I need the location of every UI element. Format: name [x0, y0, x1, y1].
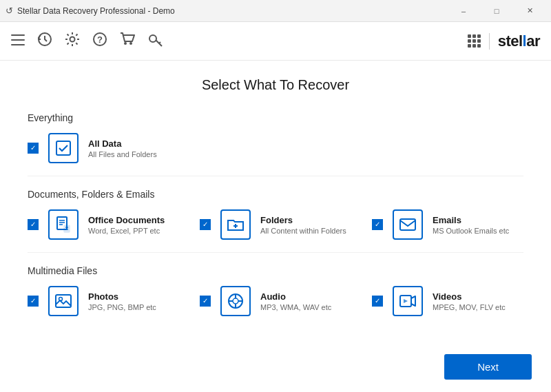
everything-label: Everything: [28, 112, 523, 123]
videos-text: Videos MPEG, MOV, FLV etc: [433, 291, 506, 311]
folders-text: Folders All Content within Folders: [260, 215, 346, 235]
stellar-logo: stellar: [498, 32, 540, 50]
toolbar-separator: [489, 33, 490, 50]
emails-icon-box: [393, 209, 423, 240]
office-docs-name: Office Documents: [88, 215, 165, 225]
grid-dot: [468, 34, 471, 38]
divider-2: [28, 252, 523, 253]
documents-label: Documents, Folders & Emails: [28, 189, 523, 200]
office-docs-checkmark: ✓: [30, 221, 36, 228]
maximize-button[interactable]: □: [481, 0, 512, 22]
office-docs-icon: [54, 216, 72, 234]
videos-checkbox[interactable]: ✓: [372, 296, 383, 307]
svg-text:?: ?: [97, 34, 103, 45]
svg-point-7: [124, 42, 127, 45]
page-title: Select What To Recover: [28, 77, 523, 93]
svg-rect-15: [64, 225, 70, 232]
photos-checkmark: ✓: [30, 298, 36, 305]
toolbar-right: stellar: [468, 32, 540, 50]
multimedia-options: ✓ Photos JPG, PNG, BMP etc: [28, 286, 523, 316]
grid-dot: [477, 39, 481, 43]
videos-name: Videos: [433, 291, 506, 302]
videos-inner: ✓: [374, 298, 381, 305]
audio-text: Audio MP3, WMA, WAV etc: [260, 291, 331, 311]
svg-rect-1: [11, 39, 25, 41]
photos-option: ✓ Photos JPG, PNG, BMP etc: [28, 286, 186, 316]
documents-options: ✓ Office Document: [28, 209, 523, 240]
grid-dot: [472, 39, 476, 43]
grid-dot: [468, 44, 471, 48]
emails-inner: ✓: [374, 221, 381, 228]
svg-point-24: [233, 298, 238, 304]
emails-text: Emails MS Outlook Emails etc: [433, 215, 509, 235]
office-docs-checkbox[interactable]: ✓: [28, 219, 39, 230]
all-data-option: ✓ All Data All Files and Folders: [28, 133, 186, 163]
office-docs-checkbox-wrapper: ✓: [28, 219, 39, 230]
multimedia-label: Multimedia Files: [28, 265, 523, 276]
videos-checkmark: ✓: [375, 298, 380, 305]
audio-checkbox[interactable]: ✓: [200, 296, 211, 307]
emails-checkbox-wrapper: ✓: [372, 219, 383, 230]
grid-dot: [477, 34, 481, 38]
all-data-desc: All Files and Folders: [88, 150, 157, 158]
all-data-name: All Data: [88, 138, 157, 149]
emails-checkmark: ✓: [375, 221, 380, 228]
folders-checkmark: ✓: [202, 221, 208, 228]
all-data-text: All Data All Files and Folders: [88, 138, 157, 158]
apps-grid-icon[interactable]: [468, 34, 481, 48]
history-icon[interactable]: [37, 32, 52, 50]
minimize-button[interactable]: –: [448, 0, 479, 22]
photos-checkbox[interactable]: ✓: [28, 296, 39, 307]
emails-option: ✓ Emails MS Outlook Emails etc: [372, 209, 530, 240]
svg-point-9: [149, 35, 156, 42]
photos-checkbox-wrapper: ✓: [28, 296, 39, 307]
office-docs-text: Office Documents Word, Excel, PPT etc: [88, 215, 165, 235]
folders-option: ✓ Folders All Content within Folders: [200, 209, 358, 240]
cart-icon[interactable]: [120, 32, 135, 50]
all-data-inner-checkbox: ✓: [30, 145, 37, 152]
emails-name: Emails: [433, 215, 509, 225]
folders-checkbox[interactable]: ✓: [200, 219, 211, 230]
emails-icon: [399, 216, 417, 234]
titlebar-left: ↺ Stellar Data Recovery Professional - D…: [6, 6, 175, 16]
videos-checkbox-wrapper: ✓: [372, 296, 383, 307]
photos-desc: JPG, PNG, BMP etc: [88, 303, 156, 311]
titlebar-controls: – □ ✕: [448, 0, 545, 22]
audio-checkbox-wrapper: ✓: [200, 296, 211, 307]
videos-icon-box: [393, 286, 423, 316]
folders-inner: ✓: [202, 221, 209, 228]
documents-section: Documents, Folders & Emails ✓: [28, 189, 523, 240]
settings-icon[interactable]: [65, 32, 80, 50]
emails-checkbox[interactable]: ✓: [372, 219, 383, 230]
grid-dot: [472, 34, 476, 38]
svg-rect-0: [11, 34, 25, 36]
toolbar-icons: ?: [11, 32, 163, 50]
next-button[interactable]: Next: [444, 354, 532, 380]
folders-icon-box: [220, 209, 251, 240]
all-data-icon-box: [48, 133, 79, 163]
audio-desc: MP3, WMA, WAV etc: [260, 303, 331, 311]
svg-rect-10: [56, 141, 70, 155]
videos-option: ✓ Videos MPEG, MOV, FLV etc: [372, 286, 530, 316]
all-data-checkbox-wrapper: ✓: [28, 143, 39, 154]
all-data-outer-checkbox[interactable]: ✓: [28, 143, 39, 154]
menu-icon[interactable]: [11, 33, 25, 49]
office-docs-option: ✓ Office Document: [28, 209, 186, 240]
audio-icon: [227, 292, 245, 310]
audio-option: ✓ Audio MP3, WMA, WA: [200, 286, 358, 316]
help-icon[interactable]: ?: [92, 32, 107, 50]
window-title: Stellar Data Recovery Professional - Dem…: [17, 6, 175, 16]
grid-dot: [468, 39, 471, 43]
svg-marker-30: [404, 299, 408, 303]
svg-rect-2: [11, 44, 25, 45]
titlebar-app-icon: ↺: [6, 6, 13, 16]
key-icon[interactable]: [147, 32, 163, 50]
multimedia-section: Multimedia Files ✓: [28, 265, 523, 316]
all-data-icon: [54, 139, 72, 157]
office-docs-desc: Word, Excel, PPT etc: [88, 227, 165, 235]
office-docs-icon-box: [48, 209, 79, 240]
videos-desc: MPEG, MOV, FLV etc: [433, 303, 506, 311]
audio-icon-box: [220, 286, 251, 316]
all-data-checkmark: ✓: [30, 145, 36, 152]
close-button[interactable]: ✕: [514, 0, 545, 22]
